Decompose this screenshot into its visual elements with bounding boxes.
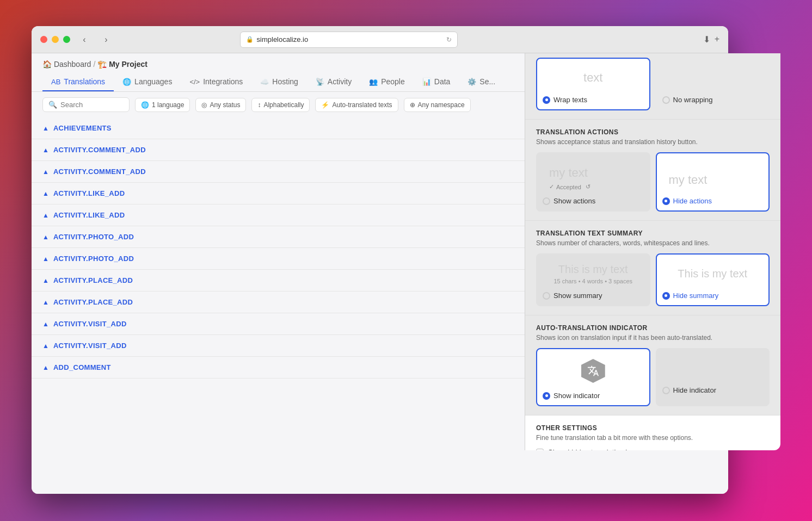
show-summary-option[interactable]: This is my text 15 chars • 4 words • 3 s… (536, 253, 650, 306)
integrations-icon: </> (189, 78, 200, 86)
show-summary-preview: This is my text 15 chars • 4 words • 3 s… (543, 260, 644, 287)
search-input[interactable] (60, 101, 124, 109)
tab-translations[interactable]: AB Translations (42, 73, 114, 91)
show-actions-preview-text: my text (549, 166, 637, 180)
namespace-filter-icon: ⊕ (410, 101, 415, 109)
show-actions-radio-dot (543, 197, 550, 205)
translation-actions-desc: Shows acceptance status and translation … (536, 138, 770, 146)
people-icon: 👥 (369, 78, 378, 86)
search-box[interactable]: 🔍 (42, 97, 130, 112)
no-wrapping-radio[interactable]: No wrapping (662, 96, 764, 104)
no-wrapping-option[interactable]: No wrapping (656, 58, 770, 110)
new-tab-icon[interactable]: + (715, 34, 719, 45)
hide-indicator-option[interactable]: Hide indicator (656, 348, 770, 406)
hide-indicator-preview (662, 355, 764, 382)
group-achievements-name: ACHIEVEMENTS (53, 124, 112, 132)
close-button[interactable] (40, 36, 47, 43)
other-settings-section: OTHER SETTINGS Fine tune translation tab… (525, 415, 780, 450)
tab-activity[interactable]: 📡 Activity (307, 73, 360, 91)
show-summary-label: Show summary (553, 291, 602, 300)
hide-summary-preview: This is my text (662, 260, 764, 287)
hide-actions-radio[interactable]: Hide actions (662, 197, 764, 205)
translation-actions-title: TRANSLATION ACTIONS (536, 128, 770, 136)
wrap-texts-option[interactable]: text Wrap texts (536, 58, 650, 110)
show-indicator-radio[interactable]: Show indicator (543, 392, 644, 400)
sort-filter[interactable]: ↕ Alphabetically (251, 98, 310, 112)
show-hidden-keys-checkbox[interactable] (536, 449, 544, 451)
group-name-3: ACTIVITY.LIKE_ADD (53, 189, 125, 197)
hide-summary-option[interactable]: This is my text Hide summary (656, 253, 770, 306)
settings-panel: text Wrap texts No wrapping TRANSLATION … (525, 53, 780, 450)
language-filter-label: 1 language (152, 101, 184, 109)
show-indicator-radio-dot (543, 392, 550, 400)
show-actions-option[interactable]: my text ✓ Accepted ↺ Show actions (536, 152, 650, 212)
wrap-texts-section: text Wrap texts No wrapping (525, 53, 780, 120)
group-name-2: ACTIVITY.COMMENT_ADD (53, 168, 146, 176)
translations-icon: AB (51, 78, 60, 86)
back-button[interactable]: ‹ (77, 32, 92, 47)
group-name-8: ACTIVITY.PLACE_ADD (53, 298, 133, 306)
chevron-9: ▲ (42, 320, 49, 328)
tab-languages[interactable]: 🌐 Languages (114, 73, 181, 91)
chevron-8: ▲ (42, 299, 49, 306)
tab-integrations-label: Integrations (203, 77, 243, 86)
chevron-11: ▲ (42, 364, 49, 371)
wrap-texts-preview: text (543, 64, 644, 91)
show-indicator-option[interactable]: Show indicator (536, 348, 650, 406)
group-name-6: ACTIVITY.PHOTO_ADD (53, 255, 134, 263)
hide-indicator-radio[interactable]: Hide indicator (662, 386, 764, 394)
show-summary-radio[interactable]: Show summary (543, 291, 644, 300)
group-name-7: ACTIVITY.PLACE_ADD (53, 276, 133, 284)
hide-summary-preview-text: This is my text (678, 268, 747, 280)
chevron-6: ▲ (42, 255, 49, 263)
show-hidden-keys-label: Show hidden translation keys (548, 448, 640, 450)
hide-summary-radio[interactable]: Hide summary (662, 291, 764, 300)
hide-indicator-radio-dot (662, 387, 670, 394)
minimize-button[interactable] (52, 36, 59, 43)
sort-filter-icon: ↕ (257, 101, 261, 109)
project-emoji: 🏗️ (97, 60, 107, 69)
project-name: My Project (109, 60, 147, 69)
indicator-title: AUTO-TRANSLATION INDICATOR (536, 324, 770, 332)
tab-hosting[interactable]: ☁️ Hosting (251, 73, 306, 91)
other-settings-desc: Fine tune translation tab a bit more wit… (536, 434, 770, 442)
tab-integrations[interactable]: </> Integrations (181, 73, 251, 91)
languages-icon: 🌐 (122, 78, 131, 86)
group-name-1: ACTIVITY.COMMENT_ADD (53, 146, 146, 154)
settings-icon: ⚙️ (467, 78, 476, 86)
data-icon: 📊 (422, 78, 431, 86)
tab-settings[interactable]: ⚙️ Se... (459, 73, 504, 91)
wrap-texts-radio[interactable]: Wrap texts (543, 96, 644, 104)
tab-languages-label: Languages (134, 77, 172, 86)
summary-stats: 15 chars • 4 words • 3 spaces (553, 278, 632, 284)
namespace-filter[interactable]: ⊕ Any namespace (404, 98, 471, 112)
tab-data[interactable]: 📊 Data (414, 73, 459, 91)
breadcrumb-home[interactable]: 🏠 Dashboard (42, 60, 91, 69)
hide-actions-radio-dot (662, 197, 670, 205)
url-bar[interactable]: 🔒 simplelocalize.io ↻ (240, 32, 458, 48)
no-wrapping-label: No wrapping (673, 96, 713, 104)
show-actions-radio[interactable]: Show actions (543, 197, 644, 205)
group-name-9: ACTIVITY.VISIT_ADD (53, 320, 127, 328)
tab-people[interactable]: 👥 People (360, 73, 414, 91)
hosting-icon: ☁️ (260, 78, 269, 86)
status-filter-label: Any status (210, 101, 240, 109)
translation-summary-desc: Shows number of characters, words, white… (536, 239, 770, 247)
breadcrumb-project[interactable]: 🏗️ My Project (97, 60, 147, 69)
autotranslated-filter[interactable]: ⚡ Auto-translated texts (315, 98, 398, 112)
tab-activity-label: Activity (328, 77, 352, 86)
translation-summary-title: TRANSLATION TEXT SUMMARY (536, 230, 770, 237)
history-icon: ↺ (586, 183, 590, 190)
status-filter[interactable]: ◎ Any status (195, 98, 246, 112)
maximize-button[interactable] (63, 36, 70, 43)
reload-icon[interactable]: ↻ (446, 36, 452, 44)
group-name-5: ACTIVITY.PHOTO_ADD (53, 233, 134, 241)
language-filter[interactable]: 🌐 1 language (135, 98, 190, 112)
titlebar-actions: ⬇ + (703, 34, 719, 45)
hide-actions-option[interactable]: my text Hide actions (656, 152, 770, 212)
translation-actions-section: TRANSLATION ACTIONS Shows acceptance sta… (525, 120, 780, 221)
forward-button[interactable]: › (99, 32, 114, 47)
chevron-3: ▲ (42, 190, 49, 197)
download-icon[interactable]: ⬇ (703, 34, 710, 45)
chevron-2: ▲ (42, 168, 49, 176)
